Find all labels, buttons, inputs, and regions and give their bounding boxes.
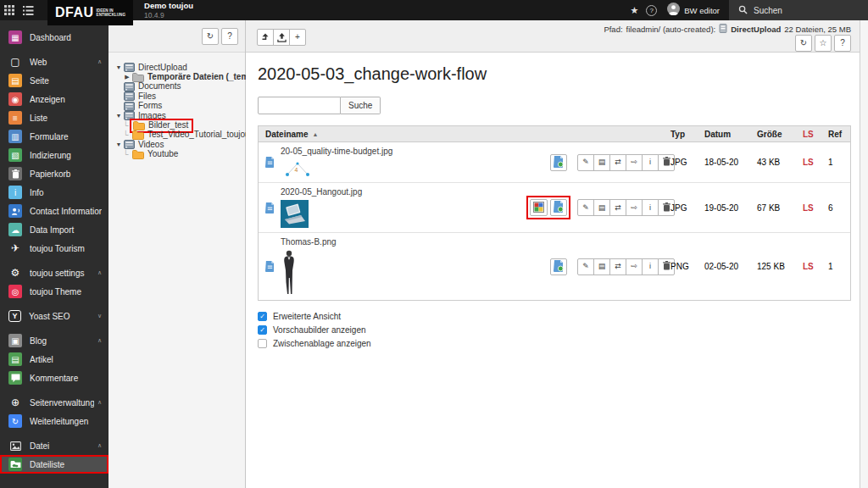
global-search[interactable]: Suchen bbox=[729, 0, 868, 20]
user-menu[interactable]: BW editor bbox=[667, 3, 720, 19]
sidebar-item-toujou-tourism[interactable]: ✈toujou Tourism bbox=[0, 239, 108, 258]
tree-node-test-video-tutorial-toujou[interactable]: └Test_Video_Tutorial_toujou bbox=[123, 130, 243, 140]
sidebar-item-dashboard[interactable]: ▦Dashboard bbox=[0, 28, 108, 47]
artikel-icon: ▤ bbox=[8, 352, 22, 366]
tree-node-files[interactable]: Files bbox=[114, 92, 243, 101]
file-thumbnail[interactable]: 4 bbox=[281, 159, 392, 178]
image-editor-button[interactable] bbox=[530, 199, 548, 216]
column-groesse[interactable]: Größe bbox=[757, 130, 803, 139]
info-button[interactable]: i bbox=[642, 199, 659, 216]
file-thumbnail[interactable] bbox=[281, 250, 337, 296]
clipboard-button[interactable] bbox=[550, 154, 567, 171]
help-icon[interactable]: ? bbox=[646, 5, 657, 16]
file-refs[interactable]: 1 bbox=[828, 158, 850, 167]
sidebar-item-papierkorb[interactable]: Papierkorb bbox=[0, 164, 108, 183]
sidebar-item-liste[interactable]: ≡Liste bbox=[0, 108, 108, 127]
view-button[interactable]: ▤ bbox=[593, 199, 610, 216]
rename-button[interactable]: ⇨ bbox=[626, 154, 643, 171]
sidebar-item-dateiliste[interactable]: Dateiliste bbox=[0, 455, 108, 474]
file-name[interactable]: 20-05_quality-time-budget.jpg bbox=[281, 147, 392, 157]
tree-help-button[interactable]: ? bbox=[221, 28, 238, 45]
tree-node-tempor-re-dateien-temp-[interactable]: ▶Temporäre Dateien (_temp_) bbox=[123, 72, 243, 81]
edit-button[interactable]: ✎ bbox=[577, 154, 594, 171]
current-storage[interactable]: DirectUpload bbox=[731, 25, 781, 34]
sidebar-item-weiterleitungen[interactable]: ↻Weiterleitungen bbox=[0, 412, 108, 430]
column-ls[interactable]: LS bbox=[803, 130, 828, 139]
expander-closed-icon[interactable]: ▶ bbox=[123, 74, 131, 80]
file-name[interactable]: Thomas-B.png bbox=[281, 237, 337, 247]
sidebar-item-toujou-theme[interactable]: ◎toujou Theme bbox=[0, 282, 108, 301]
expander-open-icon[interactable]: ▼ bbox=[114, 141, 123, 147]
tree-node-bilder-test[interactable]: └Bilder_test bbox=[123, 120, 243, 130]
bookmark-star-icon[interactable]: ★ bbox=[622, 5, 646, 16]
view-button[interactable]: ▤ bbox=[593, 154, 610, 171]
view-option[interactable]: Zwischenablage anzeigen bbox=[258, 339, 851, 348]
expander-open-icon[interactable]: ▼ bbox=[114, 113, 123, 119]
new-folder-button[interactable]: + bbox=[289, 29, 306, 46]
column-typ[interactable]: Typ bbox=[670, 130, 704, 139]
sidebar-item-contact-information[interactable]: Contact Information bbox=[0, 202, 108, 220]
replace-button[interactable]: ⇄ bbox=[609, 154, 626, 171]
view-option[interactable]: ✓Vorschaubilder anzeigen bbox=[258, 325, 851, 335]
column-ref[interactable]: Ref bbox=[828, 130, 850, 139]
scrollbar-gutter[interactable] bbox=[860, 20, 868, 488]
checkbox-checked-icon[interactable]: ✓ bbox=[258, 312, 267, 321]
tree-node-videos[interactable]: ▼Videos bbox=[114, 140, 243, 149]
sidebar-item-artikel[interactable]: ▤Artikel bbox=[0, 350, 108, 369]
sidebar-item-seitenverwaltung[interactable]: ⊕Seitenverwaltung∧ bbox=[0, 393, 108, 412]
clipboard-button[interactable] bbox=[550, 199, 567, 216]
file-name-block: Thomas-B.png bbox=[281, 237, 337, 296]
sidebar-item-indizierung[interactable]: ▧Indizierung bbox=[0, 146, 108, 164]
clipboard-button[interactable] bbox=[550, 258, 567, 275]
file-refs[interactable]: 1 bbox=[828, 262, 850, 271]
sidebar-item-info[interactable]: iInfo bbox=[0, 183, 108, 202]
file-ls[interactable]: LS bbox=[803, 158, 828, 167]
checkbox-checked-icon[interactable]: ✓ bbox=[258, 325, 267, 335]
tree-node-directupload[interactable]: ▼DirectUpload bbox=[114, 63, 243, 72]
help-button[interactable]: ? bbox=[834, 35, 851, 52]
sidebar-item-web[interactable]: ▢Web∧ bbox=[0, 53, 108, 71]
module-grid-icon[interactable] bbox=[0, 0, 19, 20]
tree-node-youtube[interactable]: └Youtube bbox=[123, 150, 243, 159]
edit-button[interactable]: ✎ bbox=[577, 199, 594, 216]
file-thumbnail[interactable] bbox=[281, 200, 362, 228]
refresh-button[interactable]: ↻ bbox=[795, 35, 812, 52]
tree-node-documents[interactable]: Documents bbox=[114, 82, 243, 92]
upload-button[interactable] bbox=[273, 29, 290, 46]
file-refs[interactable]: 6 bbox=[828, 203, 850, 213]
sidebar-item-data-import[interactable]: ☁Data Import bbox=[0, 220, 108, 239]
sidebar-item-formulare[interactable]: ▥Formulare bbox=[0, 127, 108, 146]
file-name[interactable]: 2020-05_Hangout.jpg bbox=[281, 187, 362, 197]
bookmark-button[interactable]: ☆ bbox=[815, 35, 832, 52]
checkbox-unchecked-icon[interactable] bbox=[258, 339, 267, 348]
filelist-search-input[interactable] bbox=[258, 97, 341, 114]
file-ls[interactable]: LS bbox=[803, 203, 828, 213]
column-datum[interactable]: Datum bbox=[704, 130, 757, 139]
toujou-theme-icon: ◎ bbox=[8, 285, 22, 298]
sidebar-item-anzeigen[interactable]: ◉Anzeigen bbox=[0, 90, 108, 108]
expander-open-icon[interactable]: ▼ bbox=[114, 64, 123, 70]
sidebar-item-seite[interactable]: ▤Seite bbox=[0, 71, 108, 90]
search-submit-button[interactable]: Suche bbox=[341, 97, 381, 114]
tree-node-forms[interactable]: Forms bbox=[114, 102, 243, 111]
sidebar-item-datei[interactable]: Datei∧ bbox=[0, 436, 108, 455]
column-dateiname[interactable]: Dateiname ▲ bbox=[259, 130, 526, 139]
tree-refresh-button[interactable]: ↻ bbox=[202, 28, 219, 45]
edit-button[interactable]: ✎ bbox=[577, 258, 594, 275]
view-option[interactable]: ✓Erweiterte Ansicht bbox=[258, 312, 851, 321]
info-button[interactable]: i bbox=[642, 258, 659, 275]
replace-button[interactable]: ⇄ bbox=[609, 258, 626, 275]
sidebar-item-yoast-seo[interactable]: YYoast SEO∨ bbox=[0, 307, 108, 325]
file-ls[interactable]: LS bbox=[803, 262, 828, 271]
replace-button[interactable]: ⇄ bbox=[609, 199, 626, 216]
rename-button[interactable]: ⇨ bbox=[626, 258, 643, 275]
module-list-icon[interactable] bbox=[19, 0, 37, 20]
file-cell: 2020-05_Hangout.jpg bbox=[259, 187, 526, 228]
info-button[interactable]: i bbox=[642, 154, 659, 171]
rename-button[interactable]: ⇨ bbox=[626, 199, 643, 216]
level-up-button[interactable] bbox=[257, 29, 274, 46]
sidebar-item-toujou-settings[interactable]: ⚙toujou settings∧ bbox=[0, 263, 108, 282]
sidebar-item-blog[interactable]: ▣Blog∧ bbox=[0, 331, 108, 350]
sidebar-item-kommentare[interactable]: Kommentare bbox=[0, 369, 108, 387]
view-button[interactable]: ▤ bbox=[593, 258, 610, 275]
